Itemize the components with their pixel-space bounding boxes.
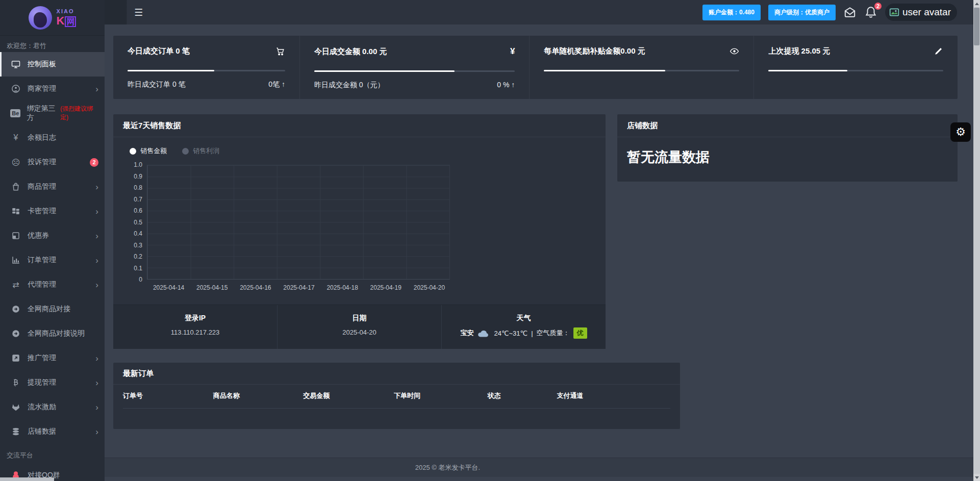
column-payment-channel: 支付通道 [557,391,670,400]
sidebar: XIAO K网 欢迎您：君竹 控制面板 商家管理 › Be 绑定第三方 [0,0,105,481]
chevron-right-icon: › [95,354,98,363]
sidebar-item-network-products-docs[interactable]: 全网商品对接说明 [0,321,105,346]
stat-card-title: 上次提现 25.05 元 [768,46,830,56]
yen-icon: ¥ [10,133,22,142]
login-ip-cell: 登录IP 113.110.217.223 [113,305,278,349]
chevron-right-icon: › [95,281,98,289]
external-link-icon [10,353,22,363]
weather-temperature: 24℃~31℃ [494,330,527,337]
chevron-right-icon: › [95,427,98,436]
frown-icon: ☹ [10,158,22,167]
latest-orders-panel: 最新订单 订单号 商品名称 交易金额 下单时间 状态 支付通道 [113,363,680,429]
sidebar-item-network-products[interactable]: 全网商品对接 [0,297,105,321]
sidebar-item-label: 订单管理 [28,256,56,265]
sales-chart-panel: 最近7天销售数据 销售金额 销售利润 1. [113,114,606,349]
user-avatar[interactable]: user avatar [885,4,957,21]
chevron-right-icon: › [95,183,98,191]
bell-icon[interactable]: 2 [864,6,877,19]
notification-count-badge: 2 [873,2,883,11]
gear-icon: ⚙ [956,125,966,139]
logo-text-top: XIAO [57,9,77,14]
date-cell: 日期 2025-04-20 [278,305,442,349]
bind-warning-text: (强烈建议绑定) [60,105,98,122]
chart-y-axis: 1.00.9 0.80.7 0.60.5 0.40.3 0.20.1 0 [123,165,147,280]
sidebar-item-withdrawals[interactable]: 提现管理 › [0,370,105,395]
air-quality-label: 空气质量： [537,328,570,338]
gitlab-icon [10,402,22,412]
scroll-up-arrow[interactable] [973,0,980,7]
sidebar-item-label: 流水激励 [28,402,56,412]
date-value: 2025-04-20 [278,328,441,336]
sidebar-item-label: 代理管理 [28,280,56,289]
logo[interactable]: XIAO K网 [0,0,105,36]
sidebar-item-coupons[interactable]: 优惠券 › [0,223,105,248]
legend-sales-profit[interactable]: 销售利润 [182,146,219,156]
sidebar-item-label: 投诉管理 [28,158,56,167]
vertical-scrollbar[interactable] [973,0,980,481]
copyright-text: 2025 © 老米发卡平台. [113,463,782,472]
user-icon [10,84,22,93]
stat-card-footer-right: 0笔 ↑ [268,80,285,89]
sidebar-item-label: 推广管理 [28,353,56,363]
sidebar-item-label: 全网商品对接说明 [28,329,85,338]
stat-card-title: 今日成交订单 0 笔 [128,46,190,56]
vertical-scrollbar-thumb[interactable] [974,8,979,45]
sidebar-item-agents[interactable]: ⇄ 代理管理 › [0,272,105,297]
progress-bar [128,70,285,71]
sidebar-section-label: 交流平台 [0,444,105,463]
broken-image-icon [889,7,899,17]
sidebar-item-dashboard[interactable]: 控制面板 [0,52,105,77]
sidebar-item-merchant[interactable]: 商家管理 › [0,77,105,101]
coupon-icon [10,231,22,240]
column-order-time: 下单时间 [394,391,488,400]
sidebar-item-promotion[interactable]: 推广管理 › [0,346,105,370]
eye-icon [730,46,739,56]
sidebar-item-label: 控制面板 [28,60,56,69]
sidebar-item-label: 提现管理 [28,378,56,387]
shop-panel-title: 店铺数据 [617,114,958,137]
merchant-level-badge[interactable]: 商户级别：优质商户 [768,5,836,20]
sidebar-item-balance-log[interactable]: ¥ 余额日志 [0,125,105,150]
sidebar-item-products[interactable]: 商品管理 › [0,174,105,199]
weather-cell: 天气 宝安 24℃~31℃ | 空气质量： 优 [442,305,606,349]
mail-icon[interactable] [843,6,857,19]
avatar-alt-text: user avatar [902,7,951,18]
sidebar-item-label: 商家管理 [28,84,56,93]
sidebar-item-shop-data[interactable]: 店铺数据 › [0,419,105,444]
sidebar-item-orders[interactable]: 订单管理 › [0,248,105,272]
sidebar-item-bind-thirdparty[interactable]: Be 绑定第三方 (强烈建议绑定) [0,101,105,125]
column-amount: 交易金额 [303,391,394,400]
stat-card-title: 今日成交金额 0.00 元 [314,47,387,57]
sidebar-item-card-keys[interactable]: 卡密管理 › [0,199,105,223]
sidebar-item-label: 卡密管理 [28,207,56,216]
stat-card-last-withdrawal: 上次提现 25.05 元 [754,36,958,99]
arrow-circle-icon [10,329,22,338]
sidebar-item-label: 全网商品对接 [28,305,70,314]
chevron-right-icon: › [95,378,98,387]
top-header-bar: ☰ 账户金额：0.480 商户级别：优质商户 2 user avatar [105,0,973,24]
chevron-right-icon: › [95,256,98,265]
hamburger-menu-icon[interactable]: ☰ [134,7,143,18]
orders-table-header: 订单号 商品名称 交易金额 下单时间 状态 支付通道 [123,391,670,409]
sidebar-item-label: 优惠券 [28,231,49,240]
account-balance-badge[interactable]: 账户金额：0.480 [702,5,761,20]
sidebar-item-label: 商品管理 [28,182,56,191]
sidebar-item-complaints[interactable]: ☹ 投诉管理 2 [0,150,105,174]
stat-card-today-amount: 今日成交金额 0.00 元 ¥ 昨日成交金额 0（元） 0 % ↑ [300,36,530,99]
horizontal-scrollbar-thumb[interactable] [0,477,54,481]
legend-sales-amount[interactable]: 销售金额 [130,146,167,156]
orders-panel-title: 最新订单 [113,363,680,385]
progress-bar [544,70,739,71]
column-product-name: 商品名称 [213,391,304,400]
legend-dot-icon [130,148,136,155]
sidebar-item-flow-rewards[interactable]: 流水激励 › [0,395,105,419]
stat-card-footer-left: 昨日成交订单 0 笔 [128,80,186,89]
chart-plot-area [147,165,450,280]
settings-gear-button[interactable]: ⚙ [950,122,971,142]
stat-cards-row: 今日成交订单 0 笔 昨日成交订单 0 笔 0笔 ↑ 今日成交金额 0.00 元… [113,36,958,99]
pen-icon [934,46,943,56]
orders-table-empty-body [113,409,680,429]
chart-x-axis: 2025-04-142025-04-15 2025-04-162025-04-1… [147,280,451,299]
column-status: 状态 [488,391,557,400]
scroll-down-arrow[interactable] [973,474,980,481]
